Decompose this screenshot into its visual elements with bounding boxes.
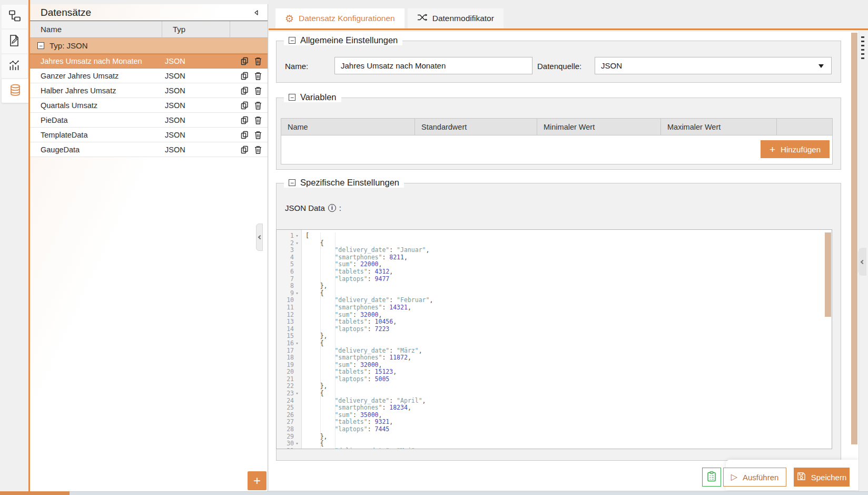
code-line[interactable]: 16▾ { [277,340,832,347]
save-floppy-icon [797,472,806,482]
fold-caret-icon[interactable]: ▾ [294,390,300,397]
column-header-name[interactable]: Name [30,21,162,37]
tab-datenmodifikator[interactable]: Datenmodifikator [408,8,504,28]
tab-datensatz-konfigurationen[interactable]: ⚙ Datensatz Konfigurationen [275,8,405,28]
dataset-row[interactable]: GaugeDataJSON [30,142,268,157]
delete-icon[interactable] [254,72,262,80]
code-line[interactable]: 5 "sum": 22000, [277,261,832,268]
delete-icon[interactable] [254,86,262,95]
delete-icon[interactable] [254,131,262,139]
delete-icon[interactable] [254,101,262,110]
code-line[interactable]: 8 }, [277,283,832,290]
collapse-panel-left-icon[interactable] [252,8,261,17]
line-number: 20 [287,368,294,376]
right-panel-collapse-handle[interactable] [858,248,866,276]
code-line[interactable]: 20 "tablets": 15123, [277,368,832,376]
code-line[interactable]: 1▾[ [277,232,832,240]
main-scrollbar-thumb[interactable] [851,33,857,444]
fold-caret-icon[interactable]: ▾ [294,232,300,240]
code-line[interactable]: 12 "sum": 32000, [277,312,832,319]
dataset-name-input[interactable] [334,57,532,74]
copy-icon[interactable] [241,86,249,95]
code-line[interactable]: 26 "sum": 35000, [277,412,832,419]
code-line[interactable]: 11 "smartphones": 14321, [277,304,832,312]
copy-icon[interactable] [241,72,249,80]
shuffle-icon [417,13,428,24]
rail-item-datasources[interactable] [2,79,29,103]
dataset-row[interactable]: PieDataJSON [30,113,268,128]
panel-collapse-handle[interactable] [256,224,263,251]
copy-icon[interactable] [241,131,249,139]
column-header-actions [230,21,268,37]
dataset-type: JSON [162,128,230,142]
dataset-row[interactable]: Jahres Umsatz nach MonatenJSON [30,54,268,69]
save-button[interactable]: Speichern [794,468,850,487]
dataset-name: Ganzer Jahres Umsatz [30,69,162,83]
json-code-editor[interactable]: 1▾[2▾ {3 "delivery_date": "Januar",4 "sm… [276,229,832,449]
collapse-section-icon[interactable]: − [289,37,295,44]
add-dataset-button[interactable]: + [248,471,267,490]
code-line[interactable]: 22 }, [277,383,832,390]
code-line[interactable]: 6 "tablets": 4312, [277,268,832,276]
code-line[interactable]: 3 "delivery_date": "Januar", [277,247,832,254]
code-line[interactable]: 4 "smartphones": 8211, [277,254,832,261]
run-button[interactable]: ▷ Ausführen [723,468,786,487]
collapse-section-icon[interactable]: − [289,179,295,186]
dataset-row[interactable]: Halber Jahres UmsatzJSON [30,83,268,98]
code-line[interactable]: 24 "delivery_date": "April", [277,397,832,405]
delete-icon[interactable] [254,116,262,124]
copy-icon[interactable] [241,57,249,65]
collapse-group-icon[interactable]: − [37,42,44,49]
code-line[interactable]: 27 "tablets": 9321, [277,419,832,426]
column-header-typ[interactable]: Typ [162,21,230,37]
fold-caret-icon[interactable]: ▾ [294,340,300,347]
code-line[interactable]: 9▾ { [277,290,832,297]
chevron-down-icon [818,64,824,71]
code-line[interactable]: 30▾ { [277,440,832,448]
copy-icon[interactable] [241,116,249,124]
variables-fieldset: − Variablen NameStandardwertMinimaler We… [276,98,841,170]
dataset-row[interactable]: Ganzer Jahres UmsatzJSON [30,69,268,83]
code-line[interactable]: 17 "delivery_date": "März", [277,347,832,355]
dataset-row[interactable]: TemplateDataJSON [30,128,268,142]
code-line[interactable]: 21 "laptops": 5005 [277,376,832,383]
add-variable-button[interactable]: + Hinzufügen [761,140,830,158]
code-line[interactable]: 25 "smartphones": 18234, [277,404,832,412]
code-line[interactable]: 15 }, [277,333,832,340]
fold-caret-icon[interactable]: ▾ [294,440,300,448]
log-clipboard-button[interactable] [702,468,721,487]
dataset-row[interactable]: Quartals UmsatzJSON [30,98,268,113]
rail-item-report-editor[interactable] [2,30,27,53]
fold-caret-icon[interactable]: ▾ [294,290,300,297]
fold-caret-icon[interactable]: ▾ [294,240,300,247]
rail-item-charts[interactable] [2,54,27,78]
collapse-section-icon[interactable]: − [289,94,295,101]
copy-icon[interactable] [241,145,249,154]
code-line[interactable]: 14 "laptops": 7223 [277,326,832,333]
dataset-name: Jahres Umsatz nach Monaten [30,54,162,68]
line-number: 9 [290,290,294,297]
code-line[interactable]: 7 "laptops": 9477 [277,276,832,283]
code-line[interactable]: 13 "tablets": 10456, [277,318,832,326]
code-line[interactable]: 31 "delivery_date": "Mai", [277,448,832,449]
editor-code-lines[interactable]: 1▾[2▾ {3 "delivery_date": "Januar",4 "sm… [277,230,832,449]
tab-label: Datenmodifikator [432,14,494,23]
code-line[interactable]: 23▾ { [277,390,832,397]
code-line[interactable]: 18 "smartphones": 11872, [277,354,832,362]
delete-icon[interactable] [254,57,262,65]
code-line[interactable]: 29 }, [277,433,832,441]
delete-icon[interactable] [254,145,262,154]
editor-scrollbar-thumb[interactable] [825,232,831,317]
copy-icon[interactable] [241,101,249,110]
datasource-select[interactable]: JSON [595,57,832,74]
code-line[interactable]: 28 "laptops": 7445 [277,426,832,433]
code-line[interactable]: 2▾ { [277,240,832,247]
rail-item-tree-structure[interactable] [2,5,27,28]
code-line[interactable]: 10 "delivery_date": "Februar", [277,297,832,304]
code-line[interactable]: 19 "sum": 32000, [277,362,832,369]
group-row-typ-json[interactable]: − Typ: JSON [30,38,268,54]
info-icon[interactable]: i [328,204,336,212]
line-number: 6 [290,268,294,276]
play-icon: ▷ [731,473,737,481]
variables-table-header: NameStandardwertMinimaler WertMaximaler … [281,119,832,135]
